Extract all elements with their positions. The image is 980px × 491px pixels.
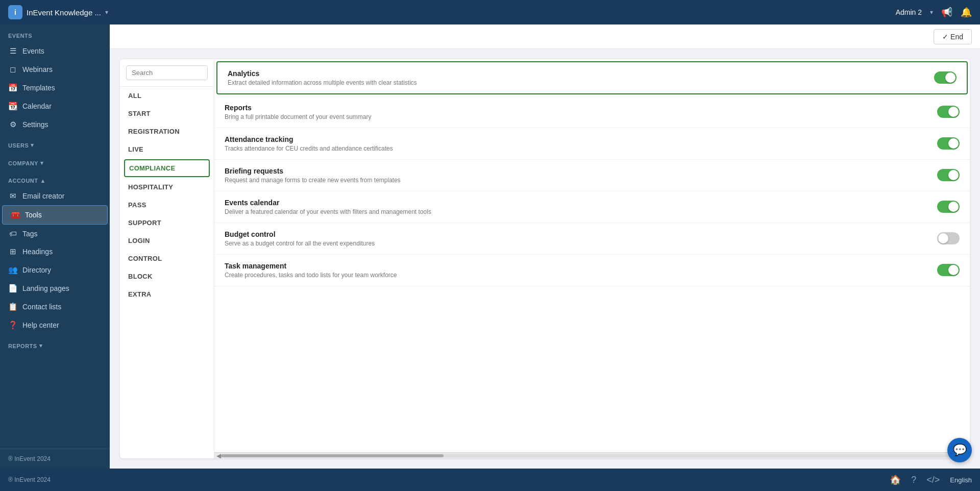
tools-nav: ALL START REGISTRATION LIVE COMPLIANCE H… — [120, 59, 214, 458]
end-button[interactable]: ✓ End — [934, 29, 972, 44]
toggle-budget-control[interactable] — [937, 232, 960, 244]
sidebar-footer: ® InEvent 2024 — [0, 449, 110, 469]
feature-title-task-management: Task management — [225, 262, 927, 270]
email-creator-icon: ✉ — [8, 191, 17, 201]
tools-nav-compliance[interactable]: COMPLIANCE — [124, 159, 210, 177]
sidebar-item-contact-lists[interactable]: 📋 Contact lists — [0, 298, 110, 316]
toggle-task-management[interactable] — [937, 264, 960, 276]
header-right: Admin 2 ▾ 📢 🔔 — [896, 7, 972, 18]
contact-lists-icon: 📋 — [8, 302, 17, 311]
tools-nav-login[interactable]: LOGIN — [120, 232, 214, 250]
feature-row-analytics: AnalyticsExtract detailed information ac… — [216, 61, 968, 94]
app-chevron-icon[interactable]: ▾ — [105, 9, 108, 16]
sidebar-item-settings[interactable]: ⚙ Settings — [0, 115, 110, 134]
app-name: InEvent Knowledge ... — [27, 8, 101, 17]
tools-nav-hospitality[interactable]: HOSPITALITY — [120, 178, 214, 196]
sidebar-item-label: Help center — [22, 321, 59, 329]
feature-desc-task-management: Create procedures, tasks and todo lists … — [225, 272, 927, 279]
main-layout: EVENTS ☰ Events ◻ Webinars 📅 Templates 📆… — [0, 24, 980, 469]
tools-nav-pass[interactable]: PASS — [120, 196, 214, 214]
sidebar-item-label: Headings — [22, 248, 53, 256]
toggle-events-calendar[interactable] — [937, 201, 960, 213]
megaphone-icon[interactable]: 📢 — [941, 7, 952, 18]
tools-nav-live[interactable]: LIVE — [120, 140, 214, 158]
header-left: i InEvent Knowledge ... ▾ — [8, 5, 108, 19]
sidebar-item-headings[interactable]: ⊞ Headings — [0, 242, 110, 261]
tags-icon: 🏷 — [8, 229, 17, 238]
directory-icon: 👥 — [8, 265, 17, 275]
footer-right: 🏠 ? </> English — [890, 474, 972, 485]
scrollbar-thumb[interactable] — [221, 454, 444, 457]
toggle-briefing-requests[interactable] — [937, 169, 960, 181]
user-chevron-icon[interactable]: ▾ — [930, 9, 933, 16]
tools-nav-block[interactable]: BLOCK — [120, 267, 214, 285]
app-logo: i — [8, 5, 22, 19]
sidebar-item-help-center[interactable]: ❓ Help center — [0, 316, 110, 334]
sidebar-item-tags[interactable]: 🏷 Tags — [0, 225, 110, 242]
tools-search-container — [120, 59, 214, 87]
landing-pages-icon: 📄 — [8, 284, 17, 293]
sidebar-item-directory[interactable]: 👥 Directory — [0, 261, 110, 279]
feature-desc-analytics: Extract detailed information across mult… — [228, 79, 924, 86]
tools-icon: 🧰 — [11, 210, 20, 219]
toggle-analytics[interactable] — [934, 71, 957, 84]
tools-nav-extra[interactable]: EXTRA — [120, 285, 214, 303]
language-selector[interactable]: English — [950, 476, 972, 484]
scroll-left-icon[interactable]: ◀ — [216, 452, 221, 459]
toggle-attendance-tracking[interactable] — [937, 137, 960, 150]
feature-title-analytics: Analytics — [228, 69, 924, 78]
search-input[interactable] — [126, 65, 208, 80]
tools-nav-start[interactable]: START — [120, 105, 214, 122]
question-icon[interactable]: ? — [911, 475, 916, 485]
feature-row-attendance-tracking: Attendance trackingTracks attendance for… — [214, 128, 970, 160]
toggle-reports[interactable] — [937, 106, 960, 118]
feature-desc-briefing-requests: Request and manage forms to create new e… — [225, 177, 927, 184]
sidebar-item-webinars[interactable]: ◻ Webinars — [0, 60, 110, 79]
code-icon[interactable]: </> — [926, 475, 940, 485]
sidebar-item-tools[interactable]: 🧰 Tools — [2, 205, 108, 225]
account-section-label[interactable]: ACCOUNT ▲ — [0, 169, 110, 187]
users-section-label[interactable]: USERS ▾ — [0, 134, 110, 152]
sidebar-item-label: Calendar — [22, 102, 52, 110]
content-top-bar: ✓ End — [110, 24, 980, 49]
sidebar-item-email-creator[interactable]: ✉ Email creator — [0, 187, 110, 205]
tools-content-wrapper: AnalyticsExtract detailed information ac… — [214, 59, 970, 458]
home-icon[interactable]: 🏠 — [890, 474, 901, 485]
tools-panel: ALL START REGISTRATION LIVE COMPLIANCE H… — [120, 59, 970, 458]
feature-title-reports: Reports — [225, 104, 927, 112]
user-name[interactable]: Admin 2 — [896, 8, 922, 16]
feature-desc-budget-control: Serve as a budget control for all the ev… — [225, 240, 927, 247]
sidebar-item-label: Webinars — [22, 65, 53, 73]
webinars-icon: ◻ — [8, 65, 17, 74]
sidebar-item-label: Contact lists — [22, 303, 61, 311]
company-section-label[interactable]: COMPANY ▾ — [0, 152, 110, 169]
sidebar-item-events[interactable]: ☰ Events — [0, 42, 110, 60]
tools-nav-all[interactable]: ALL — [120, 87, 214, 105]
sidebar-item-label: Tags — [22, 230, 38, 238]
sidebar-item-label: Directory — [22, 266, 51, 274]
tools-scrollbar[interactable]: ◀ ▶ — [214, 452, 970, 458]
bell-icon[interactable]: 🔔 — [961, 7, 972, 18]
sidebar-item-label: Tools — [25, 211, 42, 219]
feature-desc-events-calendar: Deliver a featured calendar of your even… — [225, 208, 927, 215]
feature-row-events-calendar: Events calendarDeliver a featured calend… — [214, 191, 970, 223]
sidebar-item-landing-pages[interactable]: 📄 Landing pages — [0, 279, 110, 298]
feature-row-briefing-requests: Briefing requestsRequest and manage form… — [214, 160, 970, 191]
scrollbar-track[interactable] — [221, 454, 963, 457]
chat-bubble[interactable]: 💬 — [947, 438, 972, 462]
reports-section-label[interactable]: REPORTS ▾ — [0, 334, 110, 352]
chat-icon: 💬 — [953, 444, 967, 457]
calendar-icon: 📆 — [8, 102, 17, 111]
help-center-icon: ❓ — [8, 321, 17, 330]
sidebar-item-templates[interactable]: 📅 Templates — [0, 79, 110, 97]
feature-desc-attendance-tracking: Tracks attendance for CEU credits and at… — [225, 145, 927, 152]
sidebar-item-calendar[interactable]: 📆 Calendar — [0, 97, 110, 115]
templates-icon: 📅 — [8, 83, 17, 92]
feature-desc-reports: Bring a full printable document of your … — [225, 113, 927, 120]
content-area: ✓ End ALL START REGISTRATION LIVE COMPLI… — [110, 24, 980, 469]
feature-title-budget-control: Budget control — [225, 230, 927, 238]
tools-nav-support[interactable]: SUPPORT — [120, 214, 214, 232]
tools-nav-control[interactable]: CONTROL — [120, 250, 214, 267]
tools-nav-registration[interactable]: REGISTRATION — [120, 122, 214, 140]
events-section-label[interactable]: EVENTS — [0, 24, 110, 42]
